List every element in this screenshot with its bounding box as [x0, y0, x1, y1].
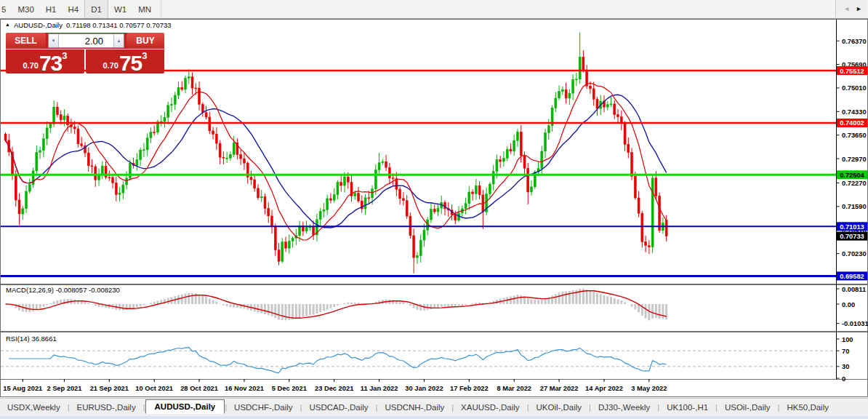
macd-indicator-label: MACD(12,26,9) -0.008057 -0.008230	[6, 286, 120, 294]
svg-text:0.74330: 0.74330	[842, 108, 867, 116]
svg-text:0.75010: 0.75010	[842, 84, 867, 92]
trade-widget-top-row: SELL ▼ 2.00 ▲ BUY	[6, 33, 164, 49]
rsi-indicator-label: RSI(14) 36.8661	[6, 335, 57, 343]
tab-scroll-right-icon[interactable]: ►	[856, 5, 862, 12]
svg-text:16 Nov 2021: 16 Nov 2021	[225, 385, 264, 392]
svg-text:0.72270: 0.72270	[842, 180, 867, 187]
svg-text:30 Jan 2022: 30 Jan 2022	[405, 385, 443, 392]
svg-text:21 Sep 2021: 21 Sep 2021	[90, 385, 129, 392]
svg-text:23 Dec 2021: 23 Dec 2021	[315, 385, 353, 392]
tab-xauusd-daily[interactable]: XAUUSD-,Daily	[454, 400, 527, 415]
buy-price-big-digits: 75	[119, 53, 142, 73]
tab-uk100-h1[interactable]: UK100-,H1	[659, 400, 715, 415]
tab-usoil-daily[interactable]: USOil-,Daily	[718, 400, 778, 415]
chart-symbol-label: AUDUSD-,Daily	[14, 21, 63, 29]
tab-usdchf-daily[interactable]: USDCHF-,Daily	[227, 400, 300, 415]
svg-text:0.70230: 0.70230	[842, 250, 867, 258]
sell-button[interactable]: SELL	[6, 33, 46, 49]
sell-price-pip-fraction: 3	[62, 50, 67, 61]
tab-scroll-left-icon[interactable]: ◄	[843, 5, 850, 12]
timeframe-button-h4[interactable]: H4	[62, 0, 84, 18]
macd-name: MACD(12,26,9)	[6, 286, 54, 294]
svg-text:10 Oct 2021: 10 Oct 2021	[135, 385, 173, 392]
chart-symbol-header: ▲ AUDUSD-,Daily 0.71198 0.71341 0.70577 …	[5, 21, 172, 29]
buy-button[interactable]: BUY	[126, 33, 164, 49]
svg-text:0.70733: 0.70733	[840, 233, 864, 240]
rsi-name: RSI(14)	[6, 335, 30, 343]
svg-text:0.73650: 0.73650	[842, 132, 867, 139]
tab-hk50-daily[interactable]: HK50,Daily	[779, 400, 836, 415]
symbol-tab-bar: USDX,Weekly|EURUSD-,Daily|AUDUSD-,Daily|…	[0, 398, 868, 416]
svg-text:5 Dec 2021: 5 Dec 2021	[272, 385, 307, 392]
timeframe-button-w1[interactable]: W1	[108, 0, 132, 18]
svg-text:0.71590: 0.71590	[842, 203, 867, 210]
buy-price-pip-fraction: 3	[142, 50, 147, 61]
svg-text:100: 100	[842, 336, 853, 343]
svg-text:11 Jan 2022: 11 Jan 2022	[361, 385, 398, 392]
status-bar-edge	[0, 416, 868, 419]
svg-text:3 May 2022: 3 May 2022	[631, 385, 667, 392]
tab-ukoil-daily[interactable]: UKOil-,Daily	[529, 400, 589, 415]
svg-text:0.75512: 0.75512	[840, 68, 864, 75]
volume-increase-button[interactable]: ▲	[113, 34, 124, 47]
tab-eurusd-daily[interactable]: EURUSD-,Daily	[70, 400, 143, 415]
chart-ohlc-values: 0.71198 0.71341 0.70577 0.70733	[66, 21, 172, 29]
sell-price-prefix: 0.70	[23, 61, 38, 70]
timeframe-button-mn[interactable]: MN	[132, 0, 157, 18]
svg-text:17 Feb 2022: 17 Feb 2022	[450, 385, 489, 392]
timeframe-button-m30[interactable]: M30	[12, 0, 39, 18]
svg-text:15 Aug 2021: 15 Aug 2021	[3, 385, 42, 392]
svg-text:28 Oct 2021: 28 Oct 2021	[180, 385, 218, 392]
sell-price-big-digits: 73	[39, 53, 62, 73]
one-click-trading-widget: SELL ▼ 2.00 ▲ BUY 0.70 73 3 0.70 75 3	[6, 33, 164, 73]
svg-text:0.72970: 0.72970	[842, 156, 867, 163]
macd-value-2: -0.008230	[89, 286, 120, 294]
volume-input[interactable]: 2.00	[59, 34, 113, 47]
timeframe-toolbar: 5M30H1H4D1W1MN	[0, 0, 868, 19]
svg-text:0.71013: 0.71013	[840, 223, 864, 231]
sell-price-panel[interactable]: 0.70 73 3	[6, 49, 84, 73]
svg-text:0.00811: 0.00811	[842, 286, 866, 293]
trading-platform-window: 5M30H1H4D1W1MN 0.763700.756900.750100.74…	[0, 0, 868, 419]
buy-price-panel[interactable]: 0.70 75 3	[86, 49, 164, 73]
macd-value-1: -0.008057	[56, 286, 87, 294]
svg-text:-0.010311: -0.010311	[842, 320, 868, 327]
tab-usdcnh-daily[interactable]: USDCNH-,Daily	[377, 400, 451, 415]
tab-usdx-weekly[interactable]: USDX,Weekly	[0, 400, 68, 415]
svg-text:0: 0	[842, 375, 845, 383]
svg-text:14 Apr 2022: 14 Apr 2022	[585, 385, 623, 392]
svg-text:27 Mar 2022: 27 Mar 2022	[540, 385, 579, 392]
rsi-value: 36.8661	[31, 335, 56, 343]
timeframe-button-h1[interactable]: H1	[40, 0, 63, 18]
svg-text:0.76370: 0.76370	[842, 38, 867, 45]
svg-text:8 Mar 2022: 8 Mar 2022	[497, 385, 531, 392]
timeframe-button-d1[interactable]: D1	[84, 0, 108, 18]
volume-decrease-button[interactable]: ▼	[49, 34, 59, 47]
svg-text:0.69582: 0.69582	[840, 273, 864, 280]
chart-window: 0.763700.756900.750100.743300.736500.729…	[0, 19, 868, 397]
svg-text:0.72504: 0.72504	[840, 172, 864, 179]
tab-usdcad-daily[interactable]: USDCAD-,Daily	[302, 400, 375, 415]
svg-text:70: 70	[842, 348, 849, 355]
tab-dj30-weekly[interactable]: DJ30-,Weekly	[591, 400, 657, 415]
collapse-triangle-icon[interactable]: ▲	[5, 22, 10, 27]
tab-audusd-daily[interactable]: AUDUSD-,Daily	[145, 399, 225, 414]
svg-text:30: 30	[842, 363, 849, 370]
svg-text:0.00: 0.00	[842, 301, 855, 308]
chart-canvas[interactable]: 0.763700.756900.750100.743300.736500.729…	[0, 19, 868, 397]
buy-price-prefix: 0.70	[103, 61, 118, 70]
toolbar-separator	[161, 0, 161, 18]
tab-scroll-controls: ◄ ►	[835, 0, 867, 17]
trade-widget-prices: 0.70 73 3 0.70 75 3	[6, 49, 164, 73]
timeframe-button-5[interactable]: 5	[0, 0, 12, 18]
volume-spinner: ▼ 2.00 ▲	[48, 33, 124, 48]
svg-text:2 Sep 2021: 2 Sep 2021	[47, 385, 81, 392]
svg-text:0.74002: 0.74002	[840, 119, 864, 127]
